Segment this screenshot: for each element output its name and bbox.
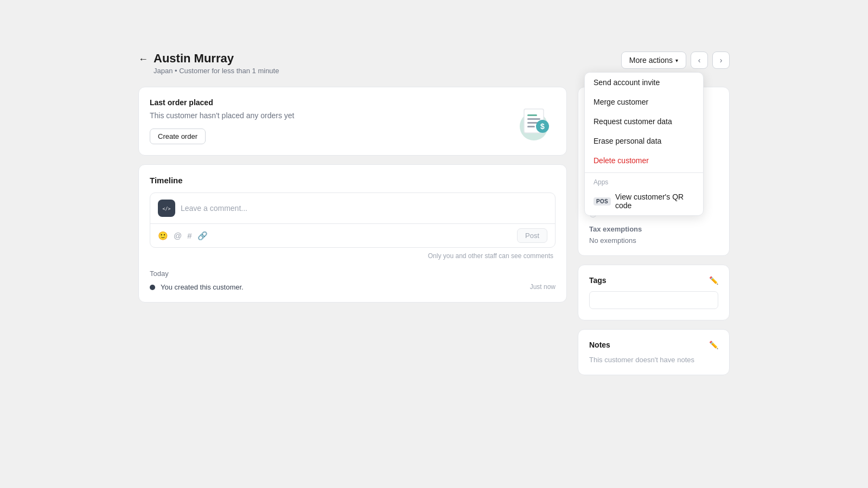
header: ← Austin Murray Japan • Customer for les… [138, 52, 730, 75]
timeline-entry-time: Just now [530, 283, 556, 291]
comment-toolbar: 🙂 @ # 🔗 Post [150, 223, 555, 247]
dropdown-view-qr-code[interactable]: POS View customer's QR code [585, 187, 703, 215]
page-title: Austin Murray [154, 52, 279, 66]
page-subtitle: Japan • Customer for less than 1 minute [154, 67, 279, 75]
svg-rect-3 [527, 118, 540, 120]
page-container: ← Austin Murray Japan • Customer for les… [0, 0, 868, 488]
dropdown-erase-personal-data[interactable]: Erase personal data [585, 131, 703, 151]
timeline-date: Today [150, 269, 556, 278]
tags-edit-icon[interactable]: ✏️ [709, 276, 718, 285]
timeline-entry-text: You created this customer. [161, 283, 525, 291]
notes-empty-text: This customer doesn't have notes [589, 356, 718, 364]
notes-edit-icon[interactable]: ✏️ [709, 341, 718, 349]
dropdown-qr-label: View customer's QR code [615, 192, 694, 210]
notes-section-title: Notes [589, 341, 610, 349]
comment-note: Only you and other staff can see comment… [150, 252, 556, 260]
tags-card: Tags ✏️ [578, 265, 730, 320]
last-order-description: This customer hasn't placed any orders y… [150, 111, 294, 120]
nav-prev-button[interactable]: ‹ [691, 52, 708, 69]
timeline-card: Timeline </> Leave a comment... [138, 164, 567, 303]
tax-exemptions-value: No exemptions [589, 236, 718, 245]
dropdown-send-account-invite[interactable]: Send account invite [585, 73, 703, 92]
svg-rect-4 [527, 122, 538, 124]
last-order-content: Last order placed This customer hasn't p… [150, 98, 294, 144]
notes-card: Notes ✏️ This customer doesn't have note… [578, 329, 730, 375]
dropdown-merge-customer[interactable]: Merge customer [585, 92, 703, 112]
svg-text:$: $ [540, 122, 545, 131]
last-order-title: Last order placed [150, 98, 294, 107]
comment-input-area: </> Leave a comment... [150, 193, 555, 223]
timeline-dot [150, 285, 155, 290]
dropdown-request-customer-data[interactable]: Request customer data [585, 112, 703, 131]
main-content: ← Austin Murray Japan • Customer for les… [138, 52, 730, 375]
create-order-button[interactable]: Create order [150, 129, 206, 144]
back-button[interactable]: ← [138, 54, 148, 65]
more-actions-label: More actions [629, 56, 673, 65]
more-actions-dropdown: Send account invite Merge customer Reque… [584, 72, 704, 216]
user-avatar: </> [158, 200, 175, 217]
svg-rect-5 [527, 126, 535, 127]
timeline-entry: You created this customer. Just now [150, 283, 556, 291]
header-actions-wrapper: More actions ▾ ‹ › Send account invite M… [621, 52, 730, 69]
header-actions: More actions ▾ ‹ › [621, 52, 730, 69]
tags-section-title: Tags [589, 276, 607, 285]
hashtag-icon[interactable]: # [187, 231, 192, 240]
timeline-title: Timeline [150, 176, 556, 185]
tax-exemptions-title: Tax exemptions [589, 225, 718, 233]
order-illustration: $ [512, 98, 556, 142]
header-title-block: Austin Murray Japan • Customer for less … [154, 52, 279, 75]
header-left: ← Austin Murray Japan • Customer for les… [138, 52, 279, 75]
svg-text:</>: </> [163, 206, 171, 211]
chevron-down-icon: ▾ [675, 57, 678, 63]
pos-badge: POS [593, 197, 611, 206]
attachment-icon[interactable]: 🔗 [197, 231, 208, 241]
notes-card-header: Notes ✏️ [589, 341, 718, 349]
nav-next-button[interactable]: › [712, 52, 730, 69]
svg-rect-2 [527, 114, 537, 116]
tags-input[interactable] [589, 291, 718, 309]
timeline-entries: Today You created this customer. Just no… [150, 269, 556, 291]
post-button[interactable]: Post [517, 228, 547, 243]
tags-card-header: Tags ✏️ [589, 276, 718, 285]
last-order-card: Last order placed This customer hasn't p… [138, 87, 567, 156]
dropdown-delete-customer[interactable]: Delete customer [585, 151, 703, 170]
mention-icon[interactable]: @ [174, 231, 182, 240]
left-column: Last order placed This customer hasn't p… [138, 87, 567, 303]
dropdown-divider [585, 172, 703, 173]
emoji-icon[interactable]: 🙂 [158, 231, 168, 241]
dropdown-apps-section: Apps [585, 175, 703, 187]
more-actions-button[interactable]: More actions ▾ [621, 52, 686, 69]
comment-box: </> Leave a comment... 🙂 @ # 🔗 Post [150, 192, 556, 248]
comment-placeholder-text: Leave a comment... [181, 204, 547, 213]
